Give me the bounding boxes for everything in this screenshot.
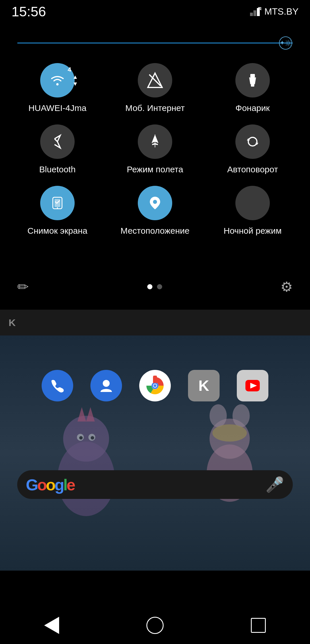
- tile-screenshot-label: Снимок экрана: [28, 226, 88, 236]
- mobile-data-symbol: [146, 72, 164, 89]
- svg-marker-30: [86, 407, 95, 421]
- svg-point-26: [153, 200, 157, 204]
- tile-wifi-label: HUAWEI-4Jma: [28, 103, 86, 113]
- wifi-arrows: ▲ ▼: [72, 74, 78, 87]
- svg-line-9: [286, 41, 286, 41]
- nav-recent-button[interactable]: [247, 614, 270, 637]
- svg-point-38: [232, 404, 250, 427]
- brightness-icon: [279, 36, 292, 50]
- tile-bluetooth-label: Bluetooth: [39, 165, 76, 174]
- svg-point-28: [63, 416, 109, 462]
- tile-nightmode[interactable]: Ночной режим: [207, 186, 299, 236]
- screenshot-symbol: [49, 194, 66, 212]
- svg-point-37: [210, 404, 227, 427]
- google-g-logo: Google: [26, 475, 74, 494]
- sun-icon: [285, 39, 292, 47]
- brightness-row[interactable]: [17, 34, 293, 52]
- svg-point-39: [212, 424, 247, 442]
- tile-flashlight[interactable]: Фонарик: [207, 63, 299, 113]
- svg-point-4: [287, 42, 290, 44]
- nav-bar: [0, 607, 310, 644]
- keyboard-label: K: [9, 317, 16, 328]
- dock-phone[interactable]: [42, 370, 73, 401]
- signal-icon: [250, 7, 261, 16]
- svg-point-25: [57, 207, 58, 208]
- mobile-data-icon: [138, 63, 172, 97]
- dock-k-app[interactable]: K: [188, 370, 220, 401]
- airplane-icon: [138, 124, 172, 159]
- brightness-track[interactable]: [17, 42, 293, 44]
- nightmode-symbol: [244, 194, 261, 212]
- youtube-icon: [244, 377, 261, 394]
- contacts-icon: [98, 377, 115, 394]
- search-bar[interactable]: Google 🎤: [17, 470, 293, 499]
- svg-rect-18: [251, 84, 254, 87]
- page-dots: [147, 284, 162, 289]
- svg-point-40: [103, 380, 110, 387]
- dock-chrome[interactable]: [139, 370, 171, 401]
- back-triangle-icon: [44, 617, 59, 634]
- carrier-text: MTS.BY: [264, 6, 299, 17]
- svg-marker-17: [249, 77, 256, 84]
- k-app-label: K: [198, 377, 209, 394]
- tile-airplane-label: Режим полета: [127, 165, 183, 174]
- airplane-symbol: [146, 133, 164, 150]
- status-time: 15:56: [11, 4, 46, 19]
- wifi-symbol: [49, 72, 66, 89]
- svg-point-34: [91, 436, 94, 440]
- status-bar: 15:56 MTS.BY: [0, 0, 310, 23]
- svg-marker-29: [78, 407, 86, 421]
- tile-screenshot[interactable]: Снимок экрана: [11, 186, 103, 236]
- autorotate-symbol: [244, 133, 261, 150]
- location-symbol: [146, 194, 164, 212]
- svg-marker-0: [250, 13, 253, 16]
- search-mic-icon[interactable]: 🎤: [266, 476, 284, 493]
- svg-point-13: [56, 83, 59, 85]
- dock-youtube[interactable]: [237, 370, 268, 401]
- tile-wifi[interactable]: 4 ▲ ▼ HUAWEI-4Jma: [11, 63, 103, 113]
- tile-bluetooth[interactable]: Bluetooth: [11, 124, 103, 174]
- keyboard-bar[interactable]: K: [0, 310, 310, 335]
- phone-icon: [49, 377, 66, 394]
- svg-rect-16: [250, 74, 255, 77]
- nav-back-button[interactable]: [40, 614, 63, 637]
- bluetooth-symbol: [49, 133, 66, 150]
- svg-line-19: [55, 139, 57, 142]
- status-icons: MTS.BY: [250, 6, 299, 17]
- tile-autorotate[interactable]: Автоповорот: [207, 124, 299, 174]
- tile-airplane[interactable]: Режим полета: [109, 124, 201, 174]
- svg-marker-2: [257, 8, 260, 16]
- tile-mobile-data-label: Моб. Интернет: [125, 103, 185, 113]
- dot-1: [147, 284, 152, 289]
- svg-point-45: [154, 384, 156, 387]
- qs-edit-button[interactable]: ✏: [17, 279, 29, 295]
- chrome-icon: [145, 376, 165, 396]
- dot-2: [157, 284, 162, 289]
- screenshot-icon: [40, 186, 75, 220]
- flashlight-icon: [235, 63, 270, 97]
- brightness-thumb[interactable]: [278, 36, 293, 50]
- tile-mobile-data[interactable]: Моб. Интернет: [109, 63, 201, 113]
- dock-contacts[interactable]: [90, 370, 122, 401]
- home-circle-icon: [146, 617, 164, 634]
- tile-autorotate-label: Автоповорот: [227, 165, 278, 174]
- nightmode-icon: [235, 186, 270, 220]
- svg-line-10: [290, 45, 290, 45]
- quick-settings-panel: 4 ▲ ▼ HUAWEI-4Jma Моб. Интернет: [0, 0, 310, 310]
- location-icon: [138, 186, 172, 220]
- tile-location[interactable]: Местоположение: [109, 186, 201, 236]
- wifi-badge: 4: [68, 66, 71, 73]
- flashlight-symbol: [244, 72, 261, 89]
- qs-settings-button[interactable]: ⚙: [280, 279, 293, 295]
- svg-line-11: [290, 41, 290, 41]
- qs-bottom-bar: ✏ ⚙: [0, 275, 310, 298]
- bluetooth-icon: [40, 124, 75, 159]
- svg-line-12: [286, 45, 286, 45]
- recent-square-icon: [251, 618, 266, 633]
- dock: K: [0, 370, 310, 401]
- nav-home-button[interactable]: [144, 614, 166, 637]
- tile-flashlight-label: Фонарик: [235, 103, 270, 113]
- tile-location-label: Местоположение: [121, 226, 189, 236]
- autorotate-icon: [235, 124, 270, 159]
- tile-nightmode-label: Ночной режим: [224, 226, 282, 236]
